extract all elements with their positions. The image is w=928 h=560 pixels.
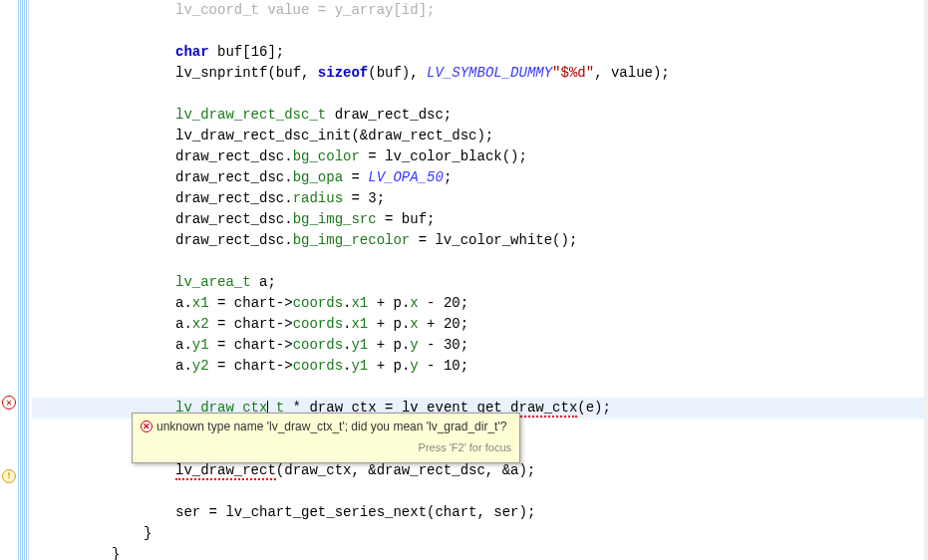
token: = chart-> bbox=[209, 337, 293, 353]
code-line[interactable]: lv_draw_rect_dsc_t draw_rect_dsc; bbox=[32, 105, 928, 126]
token: bg_color bbox=[293, 148, 360, 164]
token: 30 bbox=[444, 337, 461, 353]
gutter: ✕ ! bbox=[0, 0, 18, 560]
token: draw_rect_dsc. bbox=[175, 169, 293, 185]
token: = bbox=[410, 232, 435, 248]
token: draw_rect_dsc; bbox=[326, 107, 452, 123]
token: lv_color_white bbox=[435, 232, 552, 248]
token: = chart-> bbox=[209, 358, 293, 374]
code-line[interactable]: ser = lv_chart_get_series_next(chart, se… bbox=[32, 502, 928, 523]
token: coords bbox=[293, 316, 343, 332]
token: ; bbox=[377, 190, 385, 206]
token: = bbox=[343, 169, 368, 185]
token: draw_rect_dsc. bbox=[175, 148, 293, 164]
code-line[interactable]: lv_draw_rect(draw_ctx, &draw_rect_dsc, &… bbox=[32, 460, 928, 481]
token: 16 bbox=[251, 44, 268, 60]
token: ]; bbox=[267, 44, 284, 60]
token: lv_snprintf bbox=[175, 65, 267, 81]
token: lv_color_black bbox=[385, 148, 502, 164]
code-line[interactable]: a.x2 = chart->coords.x1 + p.x + 20; bbox=[32, 314, 928, 335]
token: } bbox=[112, 546, 120, 560]
token: draw_rect_dsc. bbox=[175, 211, 293, 227]
code-line[interactable]: draw_rect_dsc.bg_color = lv_color_black(… bbox=[32, 146, 928, 167]
code-editor[interactable]: ✕ ! lv_coord_t value = y_array[id]; char… bbox=[0, 0, 928, 560]
token: LV_OPA_50 bbox=[368, 169, 444, 185]
token: x bbox=[410, 295, 418, 311]
token: draw_rect_dsc. bbox=[175, 232, 293, 248]
fold-ruler[interactable] bbox=[18, 0, 28, 560]
code-line[interactable]: char buf[16]; bbox=[32, 42, 928, 63]
token: radius bbox=[293, 190, 343, 206]
token: coords bbox=[293, 295, 343, 311]
token: y1 bbox=[351, 337, 368, 353]
warning-marker-icon[interactable]: ! bbox=[2, 469, 16, 483]
token: char bbox=[175, 44, 209, 60]
token: y2 bbox=[192, 358, 209, 374]
token: (chart, ser); bbox=[427, 504, 535, 520]
token: x1 bbox=[351, 295, 368, 311]
code-line[interactable]: draw_rect_dsc.radius = 3; bbox=[32, 188, 928, 209]
token: 20 bbox=[444, 295, 461, 311]
token: , value); bbox=[594, 65, 670, 81]
tooltip-message: unknown type name 'lv_draw_ctx_t'; did y… bbox=[156, 417, 506, 437]
token: a. bbox=[175, 295, 192, 311]
token: ; bbox=[461, 337, 468, 353]
code-line[interactable]: draw_rect_dsc.bg_img_src = buf; bbox=[32, 209, 928, 230]
overview-ruler[interactable] bbox=[924, 0, 928, 560]
token: buf[ bbox=[209, 44, 251, 60]
token: "$%d" bbox=[552, 65, 594, 81]
token: draw_rect_dsc. bbox=[175, 190, 293, 206]
error-marker-icon[interactable]: ✕ bbox=[2, 396, 16, 410]
code-line[interactable] bbox=[32, 377, 928, 398]
code-line[interactable]: a.y2 = chart->coords.y1 + p.y - 10; bbox=[32, 356, 928, 377]
code-line[interactable]: a.y1 = chart->coords.y1 + p.y - 30; bbox=[32, 335, 928, 356]
code-line[interactable]: } bbox=[32, 544, 928, 560]
token: coords bbox=[293, 337, 343, 353]
token: bg_img_recolor bbox=[293, 232, 411, 248]
code-area[interactable]: lv_coord_t value = y_array[id]; char buf… bbox=[28, 0, 928, 560]
diagnostic-tooltip: ✕ unknown type name 'lv_draw_ctx_t'; did… bbox=[132, 413, 520, 463]
code-line[interactable]: } bbox=[32, 523, 928, 544]
code-line[interactable]: lv_snprintf(buf, sizeof(buf), LV_SYMBOL_… bbox=[32, 63, 928, 84]
token: + bbox=[419, 316, 444, 332]
token: y1 bbox=[351, 358, 368, 374]
code-line[interactable]: draw_rect_dsc.bg_img_recolor = lv_color_… bbox=[32, 230, 928, 251]
code-left-border bbox=[28, 0, 29, 560]
token: y1 bbox=[192, 337, 209, 353]
token: lv_draw_rect_dsc_t bbox=[175, 107, 326, 123]
token: 10 bbox=[444, 358, 461, 374]
code-line[interactable]: lv_draw_rect_dsc_init(&draw_rect_dsc); bbox=[32, 126, 928, 146]
token: - bbox=[419, 337, 444, 353]
token: lv_area_t bbox=[175, 274, 251, 290]
code-line[interactable] bbox=[32, 21, 928, 42]
token: + p. bbox=[368, 358, 410, 374]
token: lv_coord_t bbox=[175, 2, 259, 18]
token: ; bbox=[444, 169, 452, 185]
token: x2 bbox=[192, 316, 209, 332]
code-line[interactable]: a.x1 = chart->coords.x1 + p.x - 20; bbox=[32, 293, 928, 314]
token: y bbox=[410, 337, 418, 353]
token: + p. bbox=[368, 316, 410, 332]
token: value = bbox=[259, 2, 335, 18]
token: = chart-> bbox=[209, 295, 293, 311]
token: x bbox=[410, 316, 418, 332]
token: a. bbox=[175, 316, 192, 332]
code-line[interactable]: lv_area_t a; bbox=[32, 272, 928, 293]
token: = bbox=[343, 190, 368, 206]
token: = buf; bbox=[377, 211, 436, 227]
error-icon: ✕ bbox=[141, 420, 153, 432]
token: + p. bbox=[368, 337, 410, 353]
code-line[interactable] bbox=[32, 251, 928, 272]
token: coords bbox=[293, 358, 343, 374]
code-line[interactable] bbox=[32, 84, 928, 105]
token: 20 bbox=[444, 316, 461, 332]
token: ; bbox=[461, 295, 468, 311]
code-line[interactable]: lv_coord_t value = y_array[id]; bbox=[32, 0, 928, 21]
token: y bbox=[410, 358, 418, 374]
token: lv_chart_get_series_next bbox=[225, 504, 427, 520]
token: + p. bbox=[368, 295, 410, 311]
code-line[interactable] bbox=[32, 481, 928, 502]
token: LV_SYMBOL_DUMMY bbox=[427, 65, 552, 81]
code-line[interactable]: draw_rect_dsc.bg_opa = LV_OPA_50; bbox=[32, 167, 928, 188]
token: lv_draw_rect bbox=[175, 462, 276, 480]
